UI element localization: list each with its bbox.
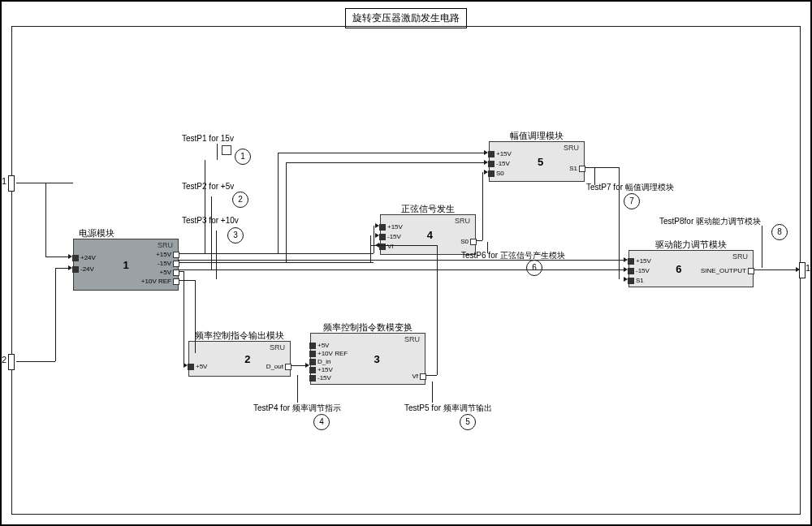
arrow-p15c [484,150,488,155]
block-drive-adj-sru: SRU [732,252,748,261]
pin-p5-l2: -15V [486,160,510,167]
arrow-p15drv [624,257,628,262]
pin-p4-l3: Vf [378,243,394,250]
tp1-lead-v [205,160,205,254]
block-drive-adj-num: 6 [676,263,681,275]
tp1-label: TestP1 for 15v [182,134,234,143]
tp6-circle: 6 [526,260,542,276]
pin-p1-l1: +24V [71,254,96,261]
wire-in1b [45,183,46,257]
tp3-circle: 3 [227,227,244,244]
pin-p1-r1: +15V [156,251,181,258]
tp1-anchor [222,145,231,155]
block-drive-adj-header: 驱动能力调节模块 [629,239,753,251]
pin-p3-r1: Vf [412,373,428,380]
pin-p4-l2: -15V [378,233,401,240]
pin-p3-l2: +10V REF [308,350,348,357]
pin-p5-l1: +15V [486,150,512,157]
block-sine-gen-num: 4 [427,229,433,241]
port-left-1 [8,175,15,192]
wire-vf2 [437,245,438,375]
block-power-header: 电源模块 [74,228,178,239]
tp7-leader [594,167,595,185]
pin-p3-l3: D_in [308,358,330,365]
wire-s0a [476,240,482,241]
block-power-sru: SRU [158,241,173,249]
arrow-m15drv [624,267,628,272]
pin-p1-l2: -24V [71,265,94,273]
block-freq-cmd-conv-header: 频率控制指令数模变换 [311,322,425,334]
block-sine-gen-sru: SRU [455,217,470,225]
wire-in2b [55,268,56,361]
block-drive-adj: 驱动能力调节模块 SRU 6 +15V -15V S1 SINE_OUTPUT [628,250,754,287]
wire-out [754,269,797,270]
port-left-2 [8,354,15,370]
arrow-s1 [624,277,628,282]
block-sine-gen-header: 正弦信号发生 [381,204,475,215]
block-freq-cmd-conv: 频率控制指令数模变换 SRU 3 +5V +10V REF D_in +15V … [310,333,425,385]
tp6-leader [487,242,488,253]
diagram-root: 旋转变压器激励发生电路 1 2 1 电源模块 SRU 1 +24V -24V +… [0,0,812,526]
block-freq-cmd-out-num: 2 [244,353,250,365]
tp3-lead-v [216,231,217,279]
tp7-label: TestP7 for 幅值调理模块 [586,182,674,193]
wire-5b [184,271,184,365]
tp4-leader [297,375,298,403]
pin-p5-l3: S0 [486,170,504,177]
wire-10a [179,280,195,281]
block-amp-cond: 幅值调理模块 SRU 5 +15V -15V S0 S1 [489,141,585,182]
wire-m15d [286,162,287,262]
arrow-in2 [68,265,72,270]
block-sine-gen: 正弦信号发生 SRU 4 +15V -15V Vf S0 [380,214,476,255]
wire-dout [291,365,307,366]
pin-p4-l1: +15V [378,223,403,231]
block-freq-cmd-conv-sru: SRU [404,335,420,343]
tp1-leader [217,144,218,160]
wire-m15drv [179,269,624,270]
tp5-circle: 5 [460,414,476,430]
tp3-label: TestP3 for +10v [182,216,239,225]
pin-p6-r1: SINE_OUTPUT [701,267,756,274]
wire-in2 [16,361,55,362]
block-power-num: 1 [123,259,128,271]
block-amp-cond-header: 幅值调理模块 [490,131,584,142]
wire-p15c [278,153,486,153]
arrow-dout [305,363,309,368]
tp7-circle: 7 [624,193,640,209]
wire-s1a [585,167,619,168]
tp5-leader [432,382,433,403]
wire-s1b [619,167,620,279]
wire-m15a [179,262,374,263]
pin-p1-r2: -15V [158,260,181,267]
block-power: 电源模块 SRU 1 +24V -24V +15V -15V +5V +10V … [73,239,179,291]
tp5-label: TestP5 for 频率调节输出 [404,403,492,414]
tp2-circle: 2 [232,192,248,208]
tp8-label: TestP8for 驱动能力调节模块 [659,216,761,227]
pin-p6-l3: S1 [626,277,644,284]
tp8-circle: 8 [771,224,788,240]
pin-p2-l1: +5V [186,363,207,370]
pin-p6-l1: +15V [626,257,651,265]
wire-in1 [16,183,73,183]
pin-p6-l2: -15V [626,267,650,274]
wire-10b [195,280,196,353]
block-amp-cond-num: 5 [538,156,543,168]
pin-p3-l5: -15V [308,374,331,382]
arrow-p15a [375,223,379,228]
wire-vf1 [425,375,437,376]
port-left-1-label: 1 [2,176,6,186]
tp1-circle: 1 [235,149,251,165]
pin-p5-r1: S1 [569,165,587,172]
wire-m15c [286,162,486,163]
port-right-1 [799,262,806,278]
port-right-1-label: 1 [806,263,810,273]
wire-p15drv [179,260,624,261]
tp4-circle: 4 [313,414,330,430]
arrow-m15a [375,233,379,238]
block-freq-cmd-conv-num: 3 [374,353,380,365]
arrow-s0 [484,170,488,175]
wire-p15a [179,253,374,254]
arrow-out [796,267,800,272]
pin-p4-r1: S0 [460,238,478,245]
tp8-leader [762,226,762,268]
